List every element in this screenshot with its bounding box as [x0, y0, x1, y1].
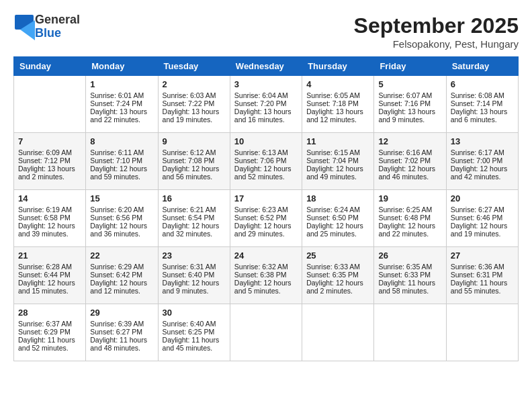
weekday-header-cell: Wednesday	[230, 57, 302, 76]
daylight-text: Daylight: 13 hours and 16 minutes.	[234, 107, 298, 124]
page-title: September 2025	[354, 13, 519, 38]
calendar-cell: 8Sunrise: 6:11 AMSunset: 7:10 PMDaylight…	[86, 133, 158, 190]
page-subtitle: Felsopakony, Pest, Hungary	[354, 38, 519, 50]
weekday-header-cell: Monday	[86, 57, 158, 76]
sunset-text: Sunset: 6:50 PM	[306, 214, 369, 222]
sunrise-text: Sunrise: 6:20 AM	[90, 205, 153, 214]
day-number: 5	[378, 79, 441, 89]
sunset-text: Sunset: 6:42 PM	[90, 271, 153, 279]
sunset-text: Sunset: 7:00 PM	[451, 156, 514, 165]
sunrise-text: Sunrise: 6:39 AM	[90, 320, 153, 328]
daylight-text: Daylight: 11 hours and 55 minutes.	[451, 279, 514, 295]
calendar-cell	[446, 304, 518, 361]
sunset-text: Sunset: 6:44 PM	[18, 271, 81, 279]
sunrise-text: Sunrise: 6:29 AM	[90, 263, 153, 271]
sunset-text: Sunset: 6:40 PM	[163, 271, 226, 279]
sunrise-text: Sunrise: 6:16 AM	[378, 148, 441, 156]
calendar-cell: 4Sunrise: 6:05 AMSunset: 7:18 PMDaylight…	[302, 76, 374, 133]
sunrise-text: Sunrise: 6:27 AM	[451, 205, 514, 214]
weekday-header-cell: Saturday	[446, 57, 518, 76]
day-number: 24	[234, 250, 298, 261]
day-number: 1	[90, 79, 153, 89]
daylight-text: Daylight: 12 hours and 15 minutes.	[18, 279, 81, 295]
day-number: 4	[306, 79, 369, 89]
calendar-cell	[374, 304, 446, 361]
sunrise-text: Sunrise: 6:17 AM	[451, 148, 514, 156]
sunrise-text: Sunrise: 6:37 AM	[18, 320, 81, 328]
sunset-text: Sunset: 6:25 PM	[163, 328, 226, 336]
logo-blue: Blue	[35, 27, 80, 40]
calendar-week-row: 7Sunrise: 6:09 AMSunset: 7:12 PMDaylight…	[14, 133, 519, 190]
sunrise-text: Sunrise: 6:23 AM	[234, 205, 298, 214]
calendar-cell: 5Sunrise: 6:07 AMSunset: 7:16 PMDaylight…	[374, 76, 446, 133]
calendar-week-row: 1Sunrise: 6:01 AMSunset: 7:24 PMDaylight…	[14, 76, 519, 133]
day-number: 8	[90, 136, 153, 146]
day-number: 22	[90, 250, 153, 261]
daylight-text: Daylight: 11 hours and 58 minutes.	[378, 279, 441, 295]
sunrise-text: Sunrise: 6:13 AM	[234, 148, 298, 156]
daylight-text: Daylight: 12 hours and 52 minutes.	[234, 165, 298, 181]
calendar-week-row: 21Sunrise: 6:28 AMSunset: 6:44 PMDayligh…	[14, 247, 519, 304]
sunset-text: Sunset: 6:33 PM	[378, 271, 441, 279]
title-block: September 2025 Felsopakony, Pest, Hungar…	[354, 13, 519, 50]
daylight-text: Daylight: 13 hours and 6 minutes.	[451, 107, 514, 124]
sunrise-text: Sunrise: 6:08 AM	[451, 91, 514, 99]
day-number: 10	[234, 136, 298, 146]
daylight-text: Daylight: 12 hours and 2 minutes.	[306, 279, 369, 295]
calendar-cell: 13Sunrise: 6:17 AMSunset: 7:00 PMDayligh…	[446, 133, 518, 190]
sunset-text: Sunset: 6:48 PM	[378, 214, 441, 222]
calendar-cell: 26Sunrise: 6:35 AMSunset: 6:33 PMDayligh…	[374, 247, 446, 304]
sunrise-text: Sunrise: 6:01 AM	[90, 91, 153, 99]
sunrise-text: Sunrise: 6:11 AM	[90, 148, 153, 156]
daylight-text: Daylight: 13 hours and 2 minutes.	[18, 165, 81, 181]
day-number: 25	[306, 250, 369, 261]
calendar-cell: 9Sunrise: 6:12 AMSunset: 7:08 PMDaylight…	[158, 133, 230, 190]
weekday-header-cell: Friday	[374, 57, 446, 76]
daylight-text: Daylight: 12 hours and 9 minutes.	[163, 279, 226, 295]
day-number: 7	[18, 136, 81, 146]
sunset-text: Sunset: 7:08 PM	[163, 156, 226, 165]
day-number: 6	[451, 79, 514, 89]
daylight-text: Daylight: 12 hours and 12 minutes.	[90, 279, 153, 295]
day-number: 17	[234, 193, 298, 203]
sunset-text: Sunset: 7:16 PM	[378, 99, 441, 107]
calendar-cell: 20Sunrise: 6:27 AMSunset: 6:46 PMDayligh…	[446, 190, 518, 247]
day-number: 18	[306, 193, 369, 203]
sunset-text: Sunset: 6:56 PM	[90, 214, 153, 222]
daylight-text: Daylight: 12 hours and 22 minutes.	[378, 222, 441, 238]
day-number: 28	[18, 308, 81, 318]
daylight-text: Daylight: 12 hours and 36 minutes.	[90, 222, 153, 238]
calendar-body: 1Sunrise: 6:01 AMSunset: 7:24 PMDaylight…	[14, 76, 519, 361]
calendar-cell: 17Sunrise: 6:23 AMSunset: 6:52 PMDayligh…	[230, 190, 302, 247]
calendar-cell: 2Sunrise: 6:03 AMSunset: 7:22 PMDaylight…	[158, 76, 230, 133]
calendar-week-row: 28Sunrise: 6:37 AMSunset: 6:29 PMDayligh…	[14, 304, 519, 361]
day-number: 29	[90, 308, 153, 318]
day-number: 13	[451, 136, 514, 146]
daylight-text: Daylight: 12 hours and 46 minutes.	[378, 165, 441, 181]
calendar-cell: 23Sunrise: 6:31 AMSunset: 6:40 PMDayligh…	[158, 247, 230, 304]
day-number: 30	[163, 308, 226, 318]
sunset-text: Sunset: 7:06 PM	[234, 156, 298, 165]
daylight-text: Daylight: 12 hours and 49 minutes.	[306, 165, 369, 181]
weekday-header-cell: Thursday	[302, 57, 374, 76]
calendar-table: SundayMondayTuesdayWednesdayThursdayFrid…	[13, 56, 519, 361]
calendar-cell: 11Sunrise: 6:15 AMSunset: 7:04 PMDayligh…	[302, 133, 374, 190]
daylight-text: Daylight: 12 hours and 42 minutes.	[451, 165, 514, 181]
sunrise-text: Sunrise: 6:31 AM	[163, 263, 226, 271]
calendar-cell: 18Sunrise: 6:24 AMSunset: 6:50 PMDayligh…	[302, 190, 374, 247]
day-number: 20	[451, 193, 514, 203]
logo: General Blue	[13, 13, 80, 40]
daylight-text: Daylight: 12 hours and 25 minutes.	[306, 222, 369, 238]
daylight-text: Daylight: 12 hours and 32 minutes.	[163, 222, 226, 238]
sunset-text: Sunset: 7:14 PM	[451, 99, 514, 107]
calendar-cell: 12Sunrise: 6:16 AMSunset: 7:02 PMDayligh…	[374, 133, 446, 190]
sunrise-text: Sunrise: 6:33 AM	[306, 263, 369, 271]
daylight-text: Daylight: 12 hours and 56 minutes.	[163, 165, 226, 181]
daylight-text: Daylight: 13 hours and 12 minutes.	[306, 107, 369, 124]
calendar-cell	[14, 76, 86, 133]
sunset-text: Sunset: 7:12 PM	[18, 156, 81, 165]
sunrise-text: Sunrise: 6:12 AM	[163, 148, 226, 156]
sunrise-text: Sunrise: 6:24 AM	[306, 205, 369, 214]
sunrise-text: Sunrise: 6:36 AM	[451, 263, 514, 271]
sunset-text: Sunset: 6:31 PM	[451, 271, 514, 279]
